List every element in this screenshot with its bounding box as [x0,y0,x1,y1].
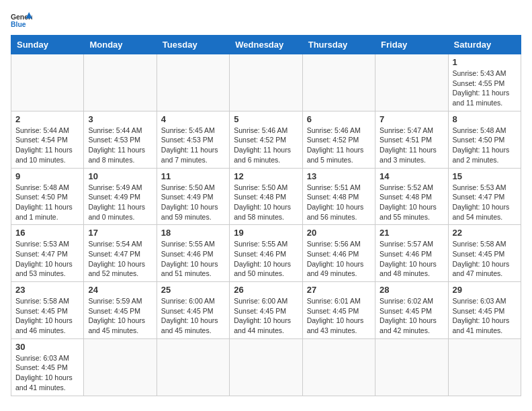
day-number: 6 [307,114,371,124]
calendar-cell [375,338,448,396]
weekday-header-thursday: Thursday [302,36,375,54]
day-info: Sunrise: 5:58 AMSunset: 4:45 PMDaylight:… [453,239,517,279]
day-info: Sunrise: 5:56 AMSunset: 4:46 PMDaylight:… [307,239,371,279]
calendar-cell [302,54,375,111]
calendar-cell: 24Sunrise: 5:59 AMSunset: 4:45 PMDayligh… [84,282,157,339]
calendar-cell: 14Sunrise: 5:52 AMSunset: 4:48 PMDayligh… [375,168,448,225]
calendar-cell: 8Sunrise: 5:48 AMSunset: 4:50 PMDaylight… [448,111,521,168]
day-info: Sunrise: 5:50 AMSunset: 4:49 PMDaylight:… [161,183,225,222]
day-info: Sunrise: 5:55 AMSunset: 4:46 PMDaylight:… [234,239,298,279]
day-number: 11 [161,171,225,181]
calendar-cell [230,338,302,396]
day-info: Sunrise: 5:49 AMSunset: 4:49 PMDaylight:… [88,183,152,222]
calendar-cell: 29Sunrise: 6:03 AMSunset: 4:45 PMDayligh… [448,282,521,339]
day-info: Sunrise: 5:55 AMSunset: 4:46 PMDaylight:… [161,239,225,279]
day-number: 27 [307,285,371,295]
calendar-cell: 22Sunrise: 5:58 AMSunset: 4:45 PMDayligh… [448,225,521,282]
calendar-week-row: 2Sunrise: 5:44 AMSunset: 4:54 PMDaylight… [11,111,521,168]
calendar-week-row: 9Sunrise: 5:48 AMSunset: 4:50 PMDaylight… [11,168,521,225]
day-number: 15 [453,171,517,181]
day-number: 16 [15,228,79,238]
calendar-cell: 12Sunrise: 5:50 AMSunset: 4:48 PMDayligh… [230,168,302,225]
calendar-cell: 1Sunrise: 5:43 AMSunset: 4:55 PMDaylight… [448,54,521,111]
day-info: Sunrise: 6:01 AMSunset: 4:45 PMDaylight:… [307,296,371,336]
weekday-header-sunday: Sunday [11,36,84,54]
calendar-cell [230,54,302,111]
day-info: Sunrise: 6:03 AMSunset: 4:45 PMDaylight:… [15,353,79,393]
day-info: Sunrise: 6:02 AMSunset: 4:45 PMDaylight:… [380,296,443,336]
day-number: 23 [15,285,79,295]
calendar-cell [84,338,157,396]
calendar-cell: 15Sunrise: 5:53 AMSunset: 4:47 PMDayligh… [448,168,521,225]
day-info: Sunrise: 5:54 AMSunset: 4:47 PMDaylight:… [88,239,152,279]
day-number: 12 [234,171,298,181]
day-number: 18 [161,228,225,238]
calendar-cell: 25Sunrise: 6:00 AMSunset: 4:45 PMDayligh… [157,282,229,339]
day-info: Sunrise: 5:46 AMSunset: 4:52 PMDaylight:… [307,126,371,165]
calendar-cell [448,338,521,396]
calendar-cell [157,338,229,396]
day-info: Sunrise: 6:03 AMSunset: 4:45 PMDaylight:… [453,296,517,336]
day-number: 5 [234,114,298,124]
day-number: 10 [88,171,152,181]
calendar-week-row: 30Sunrise: 6:03 AMSunset: 4:45 PMDayligh… [11,338,521,396]
calendar-cell: 2Sunrise: 5:44 AMSunset: 4:54 PMDaylight… [11,111,84,168]
day-info: Sunrise: 5:59 AMSunset: 4:45 PMDaylight:… [88,296,152,336]
calendar-cell: 4Sunrise: 5:45 AMSunset: 4:53 PMDaylight… [157,111,229,168]
day-number: 21 [380,228,443,238]
calendar-cell [302,338,375,396]
day-number: 1 [453,57,517,67]
calendar-week-row: 16Sunrise: 5:53 AMSunset: 4:47 PMDayligh… [11,225,521,282]
calendar-cell: 9Sunrise: 5:48 AMSunset: 4:50 PMDaylight… [11,168,84,225]
weekday-header-saturday: Saturday [448,36,521,54]
day-info: Sunrise: 5:53 AMSunset: 4:47 PMDaylight:… [453,183,517,222]
day-info: Sunrise: 5:48 AMSunset: 4:50 PMDaylight:… [453,126,517,165]
day-number: 29 [453,285,517,295]
day-info: Sunrise: 5:48 AMSunset: 4:50 PMDaylight:… [15,183,79,222]
header: General Blue [11,11,521,30]
day-number: 30 [15,342,79,352]
day-number: 3 [88,114,152,124]
calendar-cell [157,54,229,111]
weekday-header-tuesday: Tuesday [157,36,229,54]
weekday-header-friday: Friday [375,36,448,54]
calendar-cell: 13Sunrise: 5:51 AMSunset: 4:48 PMDayligh… [302,168,375,225]
day-number: 2 [15,114,79,124]
calendar-cell: 5Sunrise: 5:46 AMSunset: 4:52 PMDaylight… [230,111,302,168]
calendar-cell: 10Sunrise: 5:49 AMSunset: 4:49 PMDayligh… [84,168,157,225]
day-info: Sunrise: 5:44 AMSunset: 4:54 PMDaylight:… [15,126,79,165]
day-info: Sunrise: 6:00 AMSunset: 4:45 PMDaylight:… [161,296,225,336]
day-info: Sunrise: 5:57 AMSunset: 4:46 PMDaylight:… [380,239,443,279]
day-number: 26 [234,285,298,295]
day-info: Sunrise: 5:58 AMSunset: 4:45 PMDaylight:… [15,296,79,336]
day-number: 22 [453,228,517,238]
calendar-cell: 30Sunrise: 6:03 AMSunset: 4:45 PMDayligh… [11,338,84,396]
calendar-cell: 19Sunrise: 5:55 AMSunset: 4:46 PMDayligh… [230,225,302,282]
calendar-cell: 7Sunrise: 5:47 AMSunset: 4:51 PMDaylight… [375,111,448,168]
day-info: Sunrise: 5:46 AMSunset: 4:52 PMDaylight:… [234,126,298,165]
calendar-cell: 20Sunrise: 5:56 AMSunset: 4:46 PMDayligh… [302,225,375,282]
calendar-cell [84,54,157,111]
day-info: Sunrise: 5:47 AMSunset: 4:51 PMDaylight:… [380,126,443,165]
calendar-cell: 3Sunrise: 5:44 AMSunset: 4:53 PMDaylight… [84,111,157,168]
day-number: 13 [307,171,371,181]
day-number: 20 [307,228,371,238]
day-info: Sunrise: 5:44 AMSunset: 4:53 PMDaylight:… [88,126,152,165]
day-number: 14 [380,171,443,181]
day-info: Sunrise: 5:53 AMSunset: 4:47 PMDaylight:… [15,239,79,279]
calendar-cell: 28Sunrise: 6:02 AMSunset: 4:45 PMDayligh… [375,282,448,339]
weekday-header-wednesday: Wednesday [230,36,302,54]
calendar-cell: 16Sunrise: 5:53 AMSunset: 4:47 PMDayligh… [11,225,84,282]
calendar-week-row: 23Sunrise: 5:58 AMSunset: 4:45 PMDayligh… [11,282,521,339]
day-number: 19 [234,228,298,238]
calendar-week-row: 1Sunrise: 5:43 AMSunset: 4:55 PMDaylight… [11,54,521,111]
day-info: Sunrise: 5:50 AMSunset: 4:48 PMDaylight:… [234,183,298,222]
calendar-table: SundayMondayTuesdayWednesdayThursdayFrid… [11,35,521,396]
calendar-cell: 27Sunrise: 6:01 AMSunset: 4:45 PMDayligh… [302,282,375,339]
day-number: 4 [161,114,225,124]
calendar-cell: 21Sunrise: 5:57 AMSunset: 4:46 PMDayligh… [375,225,448,282]
day-info: Sunrise: 5:45 AMSunset: 4:53 PMDaylight:… [161,126,225,165]
day-info: Sunrise: 5:52 AMSunset: 4:48 PMDaylight:… [380,183,443,222]
calendar-cell [375,54,448,111]
day-number: 28 [380,285,443,295]
